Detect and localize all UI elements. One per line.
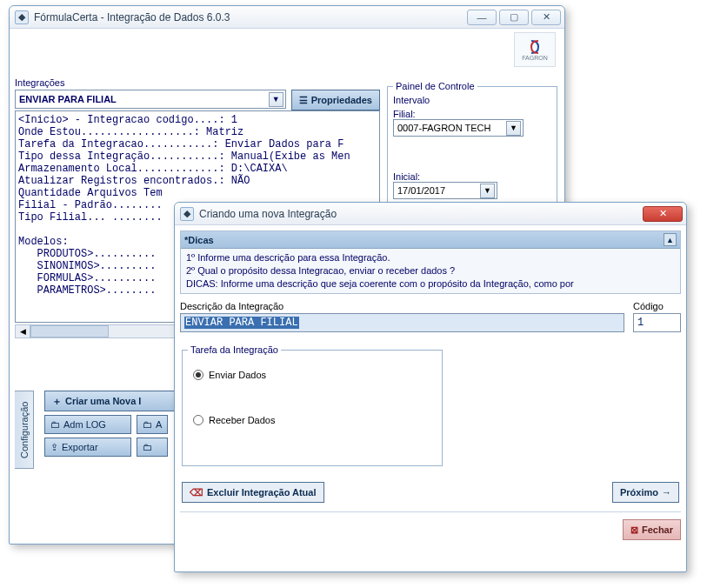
adm-log-button[interactable]: 🗀 Adm LOG [44,415,131,434]
criar-label: Criar uma Nova I [65,396,141,406]
modal-titlebar: ◆ Criando uma nova Integração ✕ [175,203,686,225]
exportar-button[interactable]: ⇪ Exportar [44,438,131,457]
app-icon: ◆ [15,10,29,24]
modal-title: Criando uma nova Integração [199,208,643,220]
filial-select[interactable]: 0007-FAGRON TECH ▼ [393,119,524,137]
proximo-button[interactable]: Próximo → [612,482,679,503]
inicial-value: 17/01/2017 [397,185,445,196]
secondary-button[interactable]: 🗀 [137,438,168,457]
main-title: FórmulaCerta - Integração de Dados 6.0.3 [34,11,467,23]
folder-icon: 🗀 [143,442,152,452]
descricao-input[interactable]: ENVIAR PARA FILIAL [180,313,624,332]
admlog-label: Adm LOG [63,419,106,430]
integracao-select[interactable]: ENVIAR PARA FILIAL ▼ [15,90,286,109]
scroll-up-icon[interactable]: ▲ [664,233,677,246]
tips-header: *Dicas [184,235,214,245]
descricao-label: Descrição da Integração [180,301,624,311]
excluir-button[interactable]: ⌫ Excluir Integração Atual [182,482,324,503]
tip-line-1: 1º Informe uma descrição para essa Integ… [186,251,675,264]
configuracao-tab[interactable]: Configuração [15,391,34,469]
minimize-button[interactable]: — [467,10,497,25]
close-button[interactable]: ✕ [531,10,561,25]
brand-logo: FAGRON [514,32,556,67]
tips-panel: *Dicas ▲ 1º Informe uma descrição para e… [180,231,681,294]
tip-line-3: DICAS: Informe uma descrição que seja co… [186,277,675,291]
modal-close-button[interactable]: ✕ [643,206,683,222]
logo-swirl-icon [526,39,544,55]
codigo-input[interactable]: 1 [633,313,681,332]
a-button[interactable]: 🗀 A [137,415,168,434]
scroll-thumb[interactable] [30,325,109,337]
intervalo-label: Intervalo [393,95,551,105]
radio-enviar-label: Enviar Dados [209,370,266,380]
scroll-left-icon[interactable]: ◀ [16,325,30,337]
folder-icon: 🗀 [50,419,60,430]
fechar-label: Fechar [642,525,673,535]
criar-nova-button[interactable]: ＋ Criar uma Nova I [44,391,183,411]
export-icon: ⇪ [50,442,58,453]
radio-receber[interactable]: Receber Dados [193,412,431,428]
chevron-down-icon: ▼ [269,92,283,107]
main-titlebar: ◆ FórmulaCerta - Integração de Dados 6.0… [10,6,564,29]
codigo-value: 1 [637,317,644,329]
trash-icon: ⌫ [190,487,203,498]
plus-icon: ＋ [52,395,62,408]
folder-icon: 🗀 [143,419,152,430]
descricao-value: ENVIAR PARA FILIAL [184,317,299,329]
exportar-label: Exportar [62,442,98,452]
painel-legend: Painel de Controle [393,81,477,91]
integracao-select-value: ENVIAR PARA FILIAL [19,94,117,104]
codigo-label: Código [633,301,681,311]
excluir-label: Excluir Integração Atual [207,487,317,498]
tarefa-legend: Tarefa da Integração [188,344,281,355]
hamburger-icon: ☰ [299,95,308,106]
propriedades-label: Propriedades [311,95,372,105]
propriedades-button[interactable]: ☰ Propriedades [291,90,380,110]
tip-line-2: 2º Qual o propósito dessa Integracao, en… [186,264,675,277]
app-icon: ◆ [180,207,194,221]
tarefa-group: Tarefa da Integração Enviar Dados Recebe… [182,344,443,466]
radio-off-icon [193,415,203,425]
proximo-label: Próximo [620,487,658,498]
configuracao-tab-label: Configuração [19,401,30,458]
modal-window: ◆ Criando uma nova Integração ✕ *Dicas ▲… [174,202,687,572]
integracoes-label: Integrações [15,77,380,88]
logo-text: FAGRON [522,55,548,61]
painel-controle-group: Painel de Controle Intervalo Filial: 000… [387,81,557,205]
arrow-right-icon: → [662,487,671,498]
radio-on-icon [193,370,203,380]
filial-label: Filial: [393,109,551,119]
chevron-down-icon: ▼ [480,184,495,198]
maximize-button[interactable]: ▢ [499,10,529,25]
a-label: A [156,419,162,430]
radio-enviar[interactable]: Enviar Dados [193,367,431,383]
chevron-down-icon: ▼ [506,121,521,136]
close-icon: ⊠ [630,525,638,536]
inicial-date-select[interactable]: 17/01/2017 ▼ [393,182,497,199]
filial-value: 0007-FAGRON TECH [397,123,490,133]
radio-receber-label: Receber Dados [209,415,275,425]
fechar-button[interactable]: ⊠ Fechar [623,519,681,540]
inicial-label: Inicial: [393,171,551,182]
